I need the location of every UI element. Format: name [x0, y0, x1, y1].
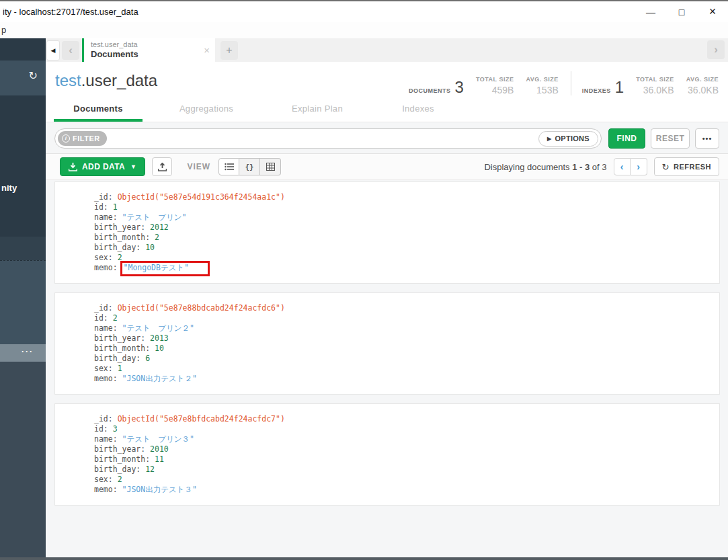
field-key: memo:	[94, 263, 122, 272]
view-json-button[interactable]: {}	[239, 158, 260, 175]
field-value[interactable]: 2012	[150, 223, 169, 232]
field-value[interactable]: 2010	[150, 444, 169, 454]
field-_id[interactable]: _id: ObjectId("5e87e88bdcabd24f24acfdc6"…	[94, 303, 713, 313]
tab-close-icon[interactable]: ×	[204, 44, 210, 56]
pagination: ‹ ›	[614, 158, 647, 175]
field-value[interactable]: 2	[155, 233, 159, 242]
field-key: _id:	[94, 414, 118, 424]
export-icon	[158, 163, 167, 171]
tab-aggregations[interactable]: Aggregations	[156, 104, 257, 122]
field-value[interactable]: "テスト プリン３"	[122, 434, 194, 444]
add-data-button[interactable]: ADD DATA ▼	[60, 157, 145, 176]
field-birth_month[interactable]: birth_month: 11	[94, 454, 713, 465]
field-sex[interactable]: sex: 2	[94, 475, 713, 485]
field-value[interactable]: 1	[118, 364, 122, 373]
tab-scroll-right-icon[interactable]: ›	[707, 40, 725, 59]
view-list-button[interactable]	[218, 158, 239, 175]
document-card[interactable]: _id: ObjectId("5e87e88bdcabd24f24acfdc6"…	[54, 292, 720, 395]
field-birth_month[interactable]: birth_month: 10	[94, 344, 713, 354]
field-value[interactable]: 2	[113, 313, 118, 323]
field-key: id:	[94, 313, 113, 323]
find-button[interactable]: FIND	[608, 128, 645, 149]
reset-button[interactable]: RESET	[651, 128, 690, 149]
field-birth_day[interactable]: birth_day: 12	[94, 465, 713, 475]
menu-item-clipped[interactable]: p	[1, 25, 6, 35]
tab-view-name: Documents	[91, 49, 208, 60]
minimize-icon[interactable]: —	[635, 1, 666, 22]
export-button[interactable]	[152, 157, 172, 176]
field-birth_year[interactable]: birth_year: 2013	[94, 333, 713, 344]
field-value[interactable]: 11	[155, 454, 164, 464]
field-value[interactable]: ObjectId("5e87e54d191c364f2454aa1c")	[118, 192, 285, 202]
field-value[interactable]: 1	[113, 202, 118, 212]
field-id[interactable]: id: 2	[94, 313, 713, 323]
filter-input[interactable]: i FILTER ▶ OPTIONS	[54, 128, 602, 149]
tab-explain-plan[interactable]: Explain Plan	[270, 104, 364, 122]
tab-scroll-left-icon[interactable]: ‹	[62, 41, 79, 60]
view-switcher: {}	[218, 158, 281, 175]
new-tab-icon[interactable]: +	[220, 41, 238, 60]
field-value[interactable]: ObjectId("5e87e8bfdcabd24f24acfdc7")	[118, 414, 285, 424]
ellipsis-menu-icon[interactable]: ···	[22, 347, 34, 356]
field-key: birth_day:	[94, 243, 145, 252]
field-id[interactable]: id: 1	[94, 202, 713, 212]
field-key: name:	[94, 323, 122, 333]
field-value[interactable]: 12	[145, 465, 155, 474]
sidebar-item-hovered[interactable]	[0, 61, 46, 95]
field-memo[interactable]: memo: "JSON出力テスト２"	[94, 374, 713, 384]
refresh-button[interactable]: ↻ REFRESH	[654, 157, 719, 176]
field-value[interactable]: 10	[155, 344, 164, 353]
field-key: name:	[94, 434, 122, 444]
prev-page-icon[interactable]: ‹	[614, 158, 631, 175]
field-value[interactable]: ObjectId("5e87e88bdcabd24f24acfdc6")	[118, 303, 285, 313]
field-value[interactable]: 10	[145, 243, 155, 252]
field-birth_day[interactable]: birth_day: 10	[94, 243, 713, 253]
options-button[interactable]: ▶ OPTIONS	[538, 131, 598, 147]
field-sex[interactable]: sex: 1	[94, 364, 713, 374]
field-value[interactable]: "MongoDBテスト"	[124, 263, 190, 272]
field-birth_year[interactable]: birth_year: 2012	[94, 223, 713, 233]
filter-label: FILTER	[73, 134, 100, 143]
field-_id[interactable]: _id: ObjectId("5e87e54d191c364f2454aa1c"…	[94, 192, 713, 202]
stat-idx-total-size: TOTAL SIZE 36.0KB	[636, 76, 674, 95]
collection-tab[interactable]: test.user_data Documents ×	[82, 38, 215, 62]
field-name[interactable]: name: "テスト プリン"	[94, 212, 713, 223]
field-birth_month[interactable]: birth_month: 2	[94, 233, 713, 243]
field-value[interactable]: "テスト プリン"	[122, 212, 187, 222]
sidebar-database-list[interactable]	[0, 260, 46, 344]
field-name[interactable]: name: "テスト プリン２"	[94, 323, 713, 333]
field-value[interactable]: "テスト プリン２"	[122, 323, 194, 333]
close-icon[interactable]: ×	[697, 1, 728, 22]
more-options-button[interactable]: •••	[695, 128, 719, 149]
field-value[interactable]: 3	[113, 424, 118, 434]
field-name[interactable]: name: "テスト プリン３"	[94, 434, 713, 444]
field-value[interactable]: "JSON出力テスト３"	[122, 485, 197, 494]
field-value[interactable]: 6	[145, 354, 150, 363]
document-card[interactable]: _id: ObjectId("5e87e8bfdcabd24f24acfdc7"…	[54, 403, 720, 506]
field-key: _id:	[94, 303, 118, 313]
field-_id[interactable]: _id: ObjectId("5e87e8bfdcabd24f24acfdc7"…	[94, 414, 713, 424]
field-key: memo:	[94, 374, 122, 383]
field-value[interactable]: "JSON出力テスト２"	[122, 374, 197, 383]
field-birth_year[interactable]: birth_year: 2010	[94, 444, 713, 454]
field-memo[interactable]: memo: "JSON出力テスト３"	[94, 485, 713, 495]
refresh-databases-icon[interactable]: ↻	[29, 69, 38, 82]
sidebar-collapse-icon[interactable]: ◀	[46, 40, 60, 61]
database-name[interactable]: test	[55, 71, 81, 89]
view-table-button[interactable]	[260, 158, 281, 175]
field-key: _id:	[94, 192, 118, 202]
active-tab-underline	[54, 119, 143, 122]
document-card[interactable]: _id: ObjectId("5e87e54d191c364f2454aa1c"…	[54, 182, 720, 284]
next-page-icon[interactable]: ›	[631, 158, 647, 175]
tab-documents[interactable]: Documents	[54, 104, 143, 122]
displaying-suffix: of 3	[590, 162, 606, 172]
displaying-status: Displaying documents 1 - 3 of 3	[484, 162, 606, 172]
sidebar-clipped-label[interactable]: nity	[1, 183, 17, 193]
tab-indexes[interactable]: Indexes	[378, 104, 458, 122]
field-birth_day[interactable]: birth_day: 6	[94, 354, 713, 364]
field-value[interactable]: 2013	[150, 333, 169, 343]
field-value[interactable]: 2	[118, 475, 122, 484]
field-memo[interactable]: memo: "MongoDBテスト"	[94, 263, 713, 273]
maximize-icon[interactable]: □	[666, 1, 697, 22]
field-id[interactable]: id: 3	[94, 424, 713, 434]
